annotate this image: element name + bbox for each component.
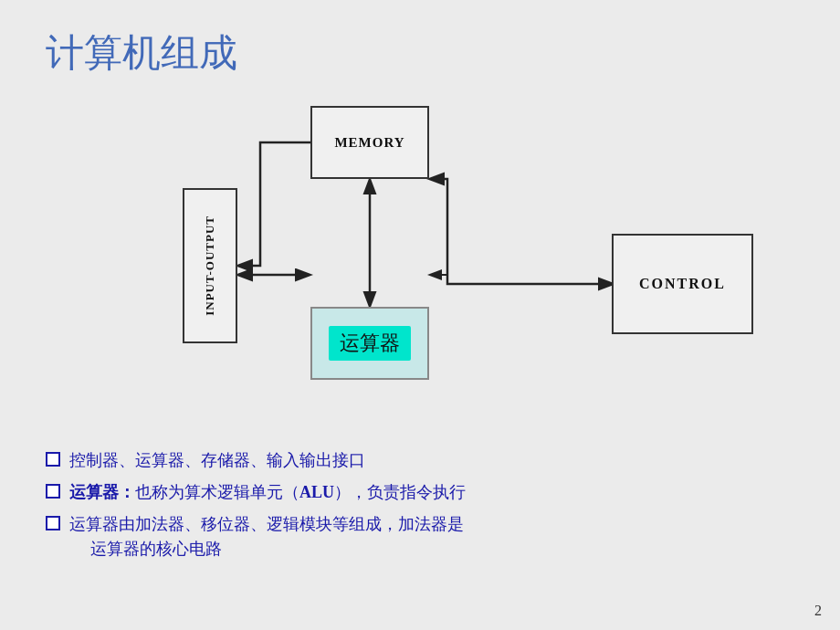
memory-box: MEMORY: [310, 106, 429, 179]
control-box: CONTROL: [612, 234, 753, 334]
bullet-text-1: 控制器、运算器、存储器、输入输出接口: [69, 448, 794, 473]
bullet-icon-1: [46, 452, 60, 467]
io-label: INPUT-OUTPUT: [203, 215, 217, 316]
bullet-item-2: 运算器：也称为算术逻辑单元（ALU），负责指令执行: [46, 480, 794, 505]
control-label: CONTROL: [639, 276, 726, 292]
io-box: INPUT-OUTPUT: [183, 188, 237, 343]
bullet-item-3: 运算器由加法器、移位器、逻辑模块等组成，加法器是 运算器的核心电路: [46, 512, 794, 562]
bullet-list: 控制器、运算器、存储器、输入输出接口 运算器：也称为算术逻辑单元（ALU），负责…: [46, 448, 794, 562]
bullet-icon-2: [46, 484, 60, 499]
bullet-2-part1: 运算器：: [69, 483, 135, 501]
slide-title: 计算机组成: [46, 27, 794, 79]
diagram-area: MEMORY INPUT-OUTPUT 运算器 CONTROL: [46, 97, 794, 435]
bullet-item-1: 控制器、运算器、存储器、输入输出接口: [46, 448, 794, 473]
memory-label: MEMORY: [334, 135, 404, 151]
bullet-icon-3: [46, 516, 60, 530]
bullet-text-2: 运算器：也称为算术逻辑单元（ALU），负责指令执行: [69, 480, 794, 505]
bullet-2-alu: ALU: [299, 483, 334, 501]
alu-label: 运算器: [329, 326, 411, 361]
slide: 计算机组成: [0, 0, 840, 630]
alu-box: 运算器: [310, 307, 429, 380]
page-number: 2: [814, 603, 822, 619]
bullet-text-3: 运算器由加法器、移位器、逻辑模块等组成，加法器是 运算器的核心电路: [69, 512, 794, 562]
